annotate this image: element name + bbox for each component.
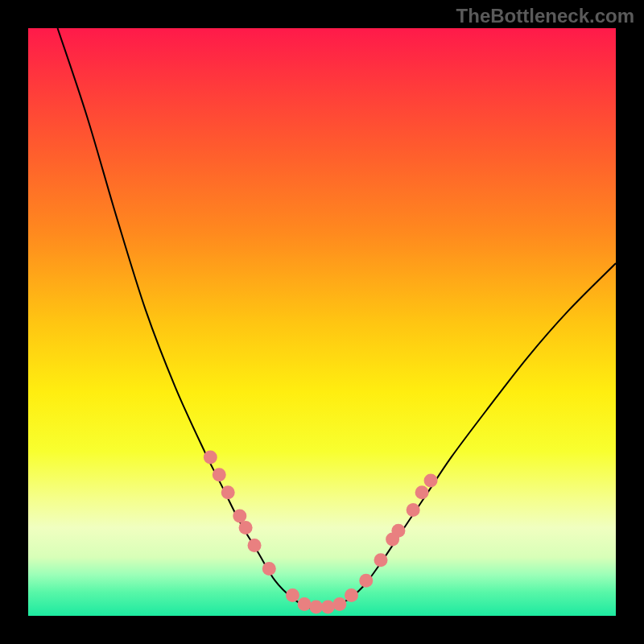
data-points-group — [204, 450, 438, 613]
bottleneck-curve — [58, 28, 617, 609]
data-point — [321, 601, 335, 614]
data-point — [345, 588, 358, 602]
data-point — [298, 597, 312, 611]
data-point — [359, 574, 373, 588]
data-point — [309, 601, 323, 614]
watermark-text: TheBottleneck.com — [456, 5, 634, 27]
data-point — [415, 485, 429, 499]
data-point — [374, 553, 388, 567]
data-point — [286, 588, 299, 602]
data-point — [332, 597, 346, 611]
data-point — [239, 521, 253, 535]
data-point — [233, 509, 246, 522]
data-point — [213, 468, 226, 481]
data-point — [248, 539, 262, 552]
data-point — [204, 450, 217, 464]
data-point — [424, 474, 438, 488]
data-point — [221, 485, 235, 499]
data-point — [391, 524, 405, 538]
data-point — [262, 562, 276, 576]
data-point — [407, 503, 420, 517]
chart-svg — [28, 28, 616, 616]
